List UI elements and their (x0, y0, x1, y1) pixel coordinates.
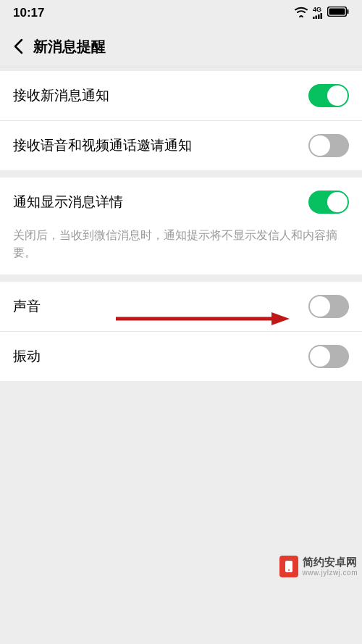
toggle-sound[interactable] (308, 295, 349, 318)
row-label: 接收语音和视频通话邀请通知 (13, 136, 308, 156)
back-icon[interactable] (7, 35, 29, 57)
battery-icon (327, 6, 349, 20)
row-label: 接收新消息通知 (13, 86, 308, 106)
svg-rect-2 (318, 14, 320, 19)
row-description: 关闭后，当收到微信消息时，通知提示将不显示发信人和内容摘要。 (0, 227, 362, 275)
status-time: 10:17 (13, 6, 44, 20)
row-label: 振动 (13, 347, 308, 367)
settings-group-3: 声音 振动 (0, 282, 362, 381)
wifi-icon (294, 6, 308, 21)
svg-rect-6 (348, 9, 349, 14)
svg-rect-0 (313, 17, 315, 19)
row-vibrate[interactable]: 振动 (0, 331, 362, 381)
row-receive-message-notify[interactable]: 接收新消息通知 (0, 71, 362, 120)
svg-rect-3 (321, 13, 323, 19)
settings-group-1: 接收新消息通知 接收语音和视频通话邀请通知 (0, 71, 362, 170)
toggle-show-message-detail[interactable] (308, 191, 349, 214)
watermark-badge-icon (279, 556, 298, 577)
toggle-vibrate[interactable] (308, 345, 349, 368)
page-title: 新消息提醒 (33, 37, 106, 57)
row-label: 通知显示消息详情 (13, 193, 308, 212)
row-show-message-detail[interactable]: 通知显示消息详情 (0, 177, 362, 227)
nav-bar: 新消息提醒 (0, 26, 362, 67)
svg-rect-1 (316, 15, 318, 19)
signal-4g-icon: 4G (313, 7, 323, 20)
settings-group-2: 通知显示消息详情 关闭后，当收到微信消息时，通知提示将不显示发信人和内容摘要。 (0, 177, 362, 275)
toggle-receive-message-notify[interactable] (308, 84, 349, 107)
status-indicators: 4G (294, 6, 349, 21)
watermark: 简约安卓网 www.jylzwj.com (279, 556, 358, 577)
watermark-url: www.jylzwj.com (303, 569, 358, 577)
row-receive-call-invite-notify[interactable]: 接收语音和视频通话邀请通知 (0, 120, 362, 170)
row-label: 声音 (13, 297, 308, 317)
toggle-receive-call-invite-notify[interactable] (308, 134, 349, 157)
svg-rect-5 (329, 9, 345, 15)
svg-point-10 (288, 569, 290, 571)
status-bar: 10:17 4G (0, 0, 362, 26)
watermark-title: 简约安卓网 (303, 556, 358, 569)
row-sound[interactable]: 声音 (0, 282, 362, 331)
